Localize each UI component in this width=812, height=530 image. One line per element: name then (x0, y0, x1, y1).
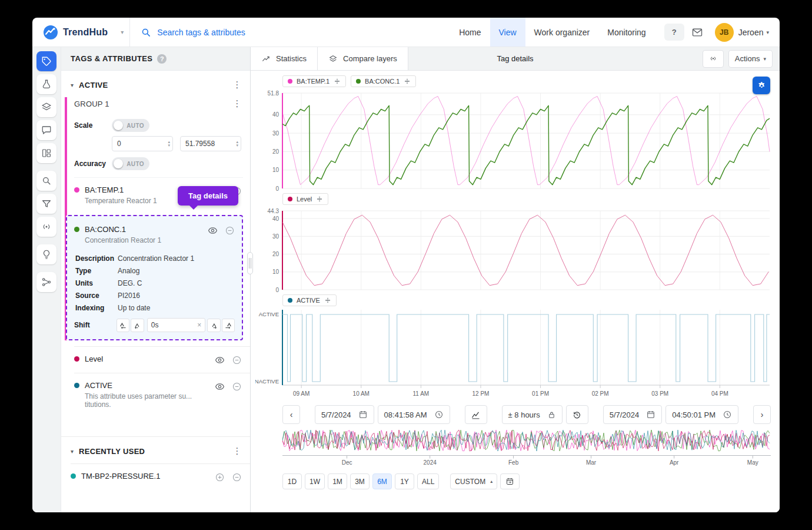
rail-dashboard-icon[interactable] (36, 143, 56, 163)
end-date-field[interactable]: 5/7/2024 (603, 405, 663, 424)
active-section-caret-icon[interactable]: ▾ (71, 82, 74, 88)
pan-right-button[interactable]: › (753, 405, 771, 424)
help-button[interactable]: ? (664, 24, 684, 41)
shift-far-right-button[interactable] (222, 319, 235, 332)
rail-layers-icon[interactable] (36, 97, 56, 117)
mail-icon[interactable] (691, 26, 703, 38)
user-menu-caret-icon[interactable]: ▾ (766, 29, 769, 35)
sidebar-resize-handle[interactable] (247, 252, 253, 274)
zoom-3m-button[interactable]: 3M (350, 473, 370, 489)
app-logo[interactable]: TrendHub (32, 25, 112, 40)
chart-type-button[interactable] (465, 405, 487, 424)
zoom-all-button[interactable]: ALL (417, 473, 439, 489)
remove-tag-icon[interactable] (225, 226, 235, 236)
add-tag-icon[interactable] (215, 472, 225, 482)
svg-text:40: 40 (272, 216, 279, 222)
tag-card-ba-conc-1[interactable]: BA:CONC.1 Concentration Reactor 1 Descri… (66, 215, 243, 340)
group-menu-icon[interactable]: ⋮ (231, 98, 243, 109)
scale-max-stepper[interactable]: ▴▾ (236, 140, 238, 147)
remove-tag-icon[interactable] (232, 472, 242, 482)
trend-chart-temp-conc[interactable]: 51.8403020100 (255, 88, 773, 192)
custom-range-button[interactable] (500, 473, 520, 489)
nav-view[interactable]: View (490, 18, 525, 47)
scale-min-stepper[interactable]: ▴▾ (168, 140, 170, 147)
overview-waveform[interactable] (282, 429, 771, 452)
recently-used-caret-icon[interactable]: ▾ (71, 448, 74, 455)
tag-subtitle: Concentration Reactor 1 (85, 236, 202, 244)
zoom-custom-button[interactable]: CUSTOM ▴ (450, 473, 497, 489)
tag-color-dot (74, 227, 79, 232)
scale-min-input[interactable] (117, 140, 168, 148)
zoom-1m-button[interactable]: 1M (328, 473, 347, 489)
zoom-1w-button[interactable]: 1W (305, 473, 325, 489)
sidebar-header: TAGS & ATTRIBUTES ? (61, 47, 250, 71)
legend-chip[interactable]: Level (282, 193, 328, 205)
toggle-knob (114, 159, 123, 168)
scale-auto-toggle[interactable]: AUTO (112, 119, 149, 132)
actions-button[interactable]: Actions ▾ (728, 50, 773, 68)
start-date-field[interactable]: 5/7/2024 (315, 405, 374, 424)
move-icon[interactable] (316, 196, 323, 203)
tag-row-tm-bp2-pressure[interactable]: TM-BP2-PRESSURE.1 (71, 463, 250, 490)
history-button[interactable] (566, 405, 588, 424)
shift-left-button[interactable] (131, 319, 144, 332)
rail-lightbulb-icon[interactable] (36, 244, 56, 264)
rail-live-icon[interactable] (36, 217, 56, 237)
chart-settings-button[interactable] (753, 77, 770, 94)
tag-row-level[interactable]: Level (74, 346, 250, 373)
rail-comment-icon[interactable] (36, 120, 56, 140)
visibility-eye-icon[interactable] (215, 382, 225, 392)
avatar[interactable]: JB (715, 23, 734, 42)
legend-chip[interactable]: ACTIVE (282, 294, 337, 306)
duration-field[interactable]: ± 8 hours (502, 405, 563, 424)
zoom-1y-button[interactable]: 1Y (395, 473, 414, 489)
shift-value-input[interactable] (151, 321, 195, 329)
visibility-eye-icon[interactable] (208, 226, 218, 236)
shift-right-button[interactable] (207, 319, 220, 332)
remove-tag-icon[interactable] (232, 355, 242, 365)
shift-far-left-button[interactable] (117, 319, 129, 332)
broadcast-button[interactable] (703, 50, 724, 68)
scale-max-input[interactable] (185, 140, 236, 148)
scale-row: Scale AUTO (74, 119, 243, 132)
sidebar-help-icon[interactable]: ? (157, 54, 167, 64)
calendar-icon (358, 410, 368, 419)
workspace-caret-icon[interactable]: ▾ (112, 29, 129, 35)
move-icon[interactable] (404, 78, 411, 85)
move-icon[interactable] (334, 78, 341, 85)
legend-chip[interactable]: BA:TEMP.1 (282, 75, 346, 87)
search-input[interactable] (157, 28, 345, 37)
accuracy-auto-toggle[interactable]: AUTO (112, 157, 149, 170)
rail-search-icon[interactable] (36, 171, 56, 191)
zoom-1d-button[interactable]: 1D (282, 473, 302, 489)
svg-text:10: 10 (272, 269, 279, 275)
visibility-eye-icon[interactable] (215, 355, 225, 365)
start-time-field[interactable]: 08:41:58 AM (378, 405, 450, 424)
nav-home[interactable]: Home (450, 18, 490, 47)
nav-monitoring[interactable]: Monitoring (598, 18, 654, 47)
end-time-field[interactable]: 04:50:01 PM (665, 405, 738, 424)
compare-layers-button[interactable]: Compare layers (318, 47, 408, 70)
move-icon[interactable] (324, 297, 331, 304)
rail-filter-icon[interactable] (36, 194, 56, 214)
rail-analytics-icon[interactable] (36, 272, 56, 292)
zoom-6m-button[interactable]: 6M (372, 473, 392, 489)
user-name[interactable]: Jeroen (738, 28, 764, 37)
tag-row-active[interactable]: ACTIVE This attribute uses parameter su.… (74, 373, 250, 416)
timeline-overview[interactable]: Dec2024FebMarAprMay (282, 429, 771, 469)
active-section-menu-icon[interactable]: ⋮ (231, 80, 243, 90)
tag-row-ba-conc-1[interactable]: BA:CONC.1 Concentration Reactor 1 (74, 217, 236, 252)
tag-subtitle: This attribute uses parameter su... titu… (85, 392, 209, 409)
trend-chart-level[interactable]: 44.3403020100 (255, 206, 773, 293)
rail-flask-icon[interactable] (36, 74, 56, 94)
rail-tags-button[interactable] (36, 51, 56, 71)
recently-used-menu-icon[interactable]: ⋮ (231, 446, 243, 456)
remove-tag-icon[interactable] (232, 382, 242, 392)
pan-left-button[interactable]: ‹ (282, 405, 300, 424)
chart1-legend: BA:TEMP.1BA:CONC.1 (282, 74, 780, 88)
trend-chart-active-digital[interactable]: 09 AM10 AM11 AM12 PM01 PM02 PM03 PM04 PM… (255, 307, 773, 400)
statistics-button[interactable]: Statistics (251, 47, 318, 70)
nav-work-organizer[interactable]: Work organizer (525, 18, 599, 47)
clear-shift-icon[interactable]: × (197, 321, 201, 329)
legend-chip[interactable]: BA:CONC.1 (351, 75, 416, 87)
